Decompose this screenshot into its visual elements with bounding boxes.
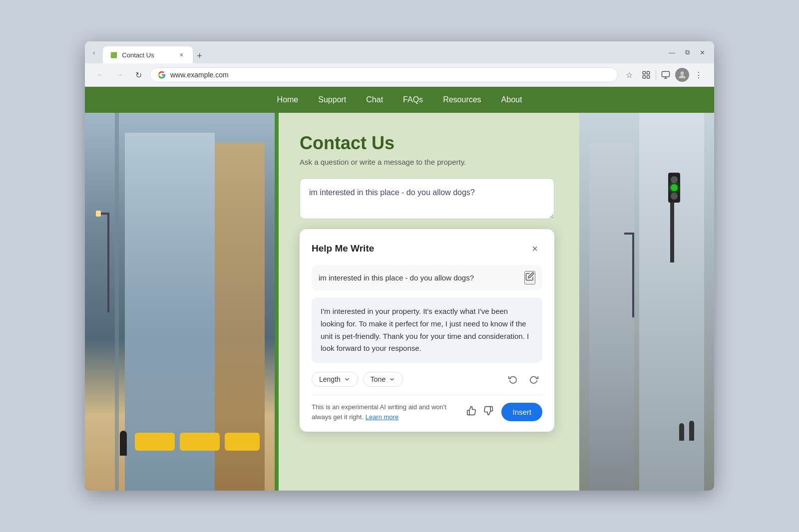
new-tab-button[interactable]: +	[193, 49, 206, 63]
address-bar-input-wrap	[150, 67, 618, 82]
hmw-thumbs-down-button[interactable]	[481, 404, 495, 420]
window-controls: — ⧉ ✕	[665, 46, 709, 58]
user-avatar-button[interactable]	[675, 68, 689, 82]
toolbar-divider	[656, 70, 656, 80]
hmw-close-button[interactable]: ×	[527, 241, 542, 256]
hmw-undo-redo-group	[504, 371, 542, 388]
side-stripe	[275, 113, 279, 491]
more-options-button[interactable]: ⋮	[691, 67, 706, 82]
hmw-footer: This is an experimental AI writing aid a…	[312, 395, 542, 422]
profile-button[interactable]	[658, 67, 673, 82]
hmw-length-dropdown[interactable]: Length	[312, 372, 358, 387]
site-nav: Home Support Chat FAQs Resources About	[85, 87, 714, 113]
tab-title-text: Contact Us	[122, 51, 173, 59]
svg-rect-3	[647, 76, 650, 78]
page-subtitle: Ask a question or write a message to the…	[300, 158, 554, 166]
hmw-learn-more-link[interactable]: Learn more	[366, 413, 399, 421]
message-textarea[interactable]: im interested in this place - do you all…	[300, 178, 554, 219]
help-me-write-panel: Help Me Write × im interested in this pl…	[300, 229, 554, 432]
nav-resources[interactable]: Resources	[443, 93, 481, 106]
google-logo-icon	[157, 70, 166, 79]
hmw-insert-button[interactable]: Insert	[501, 403, 542, 421]
tab-close-button[interactable]: ×	[177, 50, 186, 59]
address-input[interactable]	[170, 71, 610, 79]
main-content: Contact Us Ask a question or write a mes…	[275, 113, 579, 491]
nav-arrows: ‹	[90, 47, 98, 58]
nav-faqs[interactable]: FAQs	[403, 93, 423, 106]
close-window-button[interactable]: ✕	[696, 46, 709, 58]
nav-links-container: Home Support Chat FAQs Resources About	[277, 93, 522, 106]
browser-window: ‹ 🟩 Contact Us × + — ⧉ ✕ ← → ↻	[85, 41, 714, 491]
browser-content: Home Support Chat FAQs Resources About	[85, 87, 714, 491]
hmw-thumbs-up-button[interactable]	[464, 404, 478, 420]
hmw-generated-text: I'm interested in your property. It's ex…	[312, 297, 542, 363]
minimize-button[interactable]: —	[665, 46, 679, 58]
hmw-feedback-buttons	[464, 404, 495, 420]
hmw-title: Help Me Write	[312, 243, 374, 254]
svg-rect-2	[643, 76, 645, 78]
hmw-input-text: im interested in this place - do you all…	[319, 273, 524, 282]
reload-button[interactable]: ↻	[131, 67, 146, 82]
svg-rect-1	[647, 71, 650, 74]
hmw-tone-dropdown[interactable]: Tone	[363, 372, 403, 387]
nav-about[interactable]: About	[501, 93, 522, 106]
tab-back-button[interactable]: ‹	[90, 47, 98, 58]
hmw-footer-text: This is an experimental AI writing aid a…	[312, 402, 464, 422]
city-background-right	[579, 113, 714, 491]
svg-point-5	[681, 71, 684, 75]
title-bar: ‹ 🟩 Contact Us × + — ⧉ ✕	[85, 41, 714, 63]
bookmark-button[interactable]: ☆	[622, 67, 637, 82]
nav-support[interactable]: Support	[318, 93, 346, 106]
city-background-left	[85, 113, 275, 491]
hmw-header: Help Me Write ×	[312, 241, 542, 256]
address-bar: ← → ↻ ☆	[85, 63, 714, 87]
extensions-button[interactable]	[639, 67, 654, 82]
back-button[interactable]: ←	[93, 67, 108, 82]
nav-chat[interactable]: Chat	[366, 93, 383, 106]
page-title: Contact Us	[300, 133, 554, 154]
nav-home[interactable]: Home	[277, 93, 299, 106]
hmw-controls-row: Length Tone	[312, 371, 542, 388]
forward-button[interactable]: →	[112, 67, 127, 82]
restore-button[interactable]: ⧉	[681, 46, 694, 58]
svg-rect-0	[643, 71, 645, 74]
hmw-undo-button[interactable]	[504, 371, 521, 388]
tab-bar: 🟩 Contact Us × +	[103, 41, 662, 63]
active-tab[interactable]: 🟩 Contact Us ×	[103, 46, 193, 63]
hmw-redo-button[interactable]	[525, 371, 542, 388]
toolbar-icons: ☆ ⋮	[622, 67, 706, 82]
svg-rect-4	[662, 71, 670, 77]
page-layout: Contact Us Ask a question or write a mes…	[85, 113, 714, 491]
hmw-length-label: Length	[319, 375, 341, 383]
tab-favicon-icon: 🟩	[110, 51, 118, 59]
hmw-edit-button[interactable]	[524, 271, 535, 284]
hmw-tone-label: Tone	[371, 375, 386, 383]
hmw-input-row: im interested in this place - do you all…	[312, 265, 542, 290]
